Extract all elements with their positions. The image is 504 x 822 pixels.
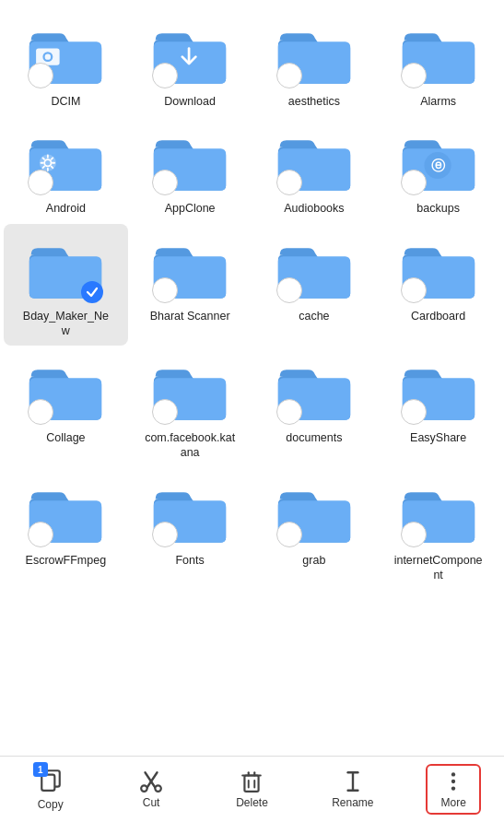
more-button[interactable]: More — [426, 764, 481, 815]
folder-overlay-circle — [28, 522, 53, 547]
svg-point-44 — [451, 780, 455, 783]
folder-icon-wrap — [273, 125, 356, 199]
folder-icon-wrap — [397, 233, 480, 307]
folder-icon-wrap — [148, 477, 231, 551]
folder-label: Alarms — [420, 94, 456, 109]
folder-overlay-circle — [276, 399, 302, 425]
folder-item-collage[interactable]: Collage — [4, 346, 128, 468]
folder-label: backups — [416, 201, 460, 216]
folder-label: Audiobooks — [284, 201, 344, 216]
rename-label: Rename — [332, 796, 373, 809]
copy-label: Copy — [38, 798, 64, 811]
folder-overlay-circle — [401, 170, 427, 195]
delete-button[interactable]: Delete — [224, 764, 279, 815]
svg-rect-29 — [41, 775, 54, 791]
more-label: More — [441, 796, 466, 809]
folder-item-cardboard[interactable]: Cardboard — [376, 224, 500, 346]
folder-icon-wrap — [24, 18, 107, 92]
folder-label: Bharat Scanner — [150, 309, 230, 323]
folder-overlay-circle — [401, 399, 427, 425]
folder-item-audiobooks[interactable]: Audiobooks — [252, 116, 377, 223]
delete-label: Delete — [236, 796, 268, 809]
folder-icon-wrap — [397, 355, 480, 429]
folder-overlay-circle — [152, 277, 178, 303]
folder-label: grab — [302, 553, 325, 568]
folder-grid: DCIM Download aesthetics Alarms — [4, 9, 500, 590]
copy-icon-wrap: 1 — [39, 768, 63, 795]
svg-point-3 — [45, 53, 51, 59]
folder-icon-wrap — [24, 233, 107, 307]
folder-overlay-circle — [401, 63, 427, 88]
svg-point-43 — [451, 772, 455, 776]
bottom-toolbar: 1 Copy Cut Delete Rename — [0, 756, 504, 822]
folder-icon-wrap — [273, 355, 356, 429]
svg-point-45 — [451, 786, 455, 790]
delete-icon — [240, 769, 264, 793]
folder-icon-wrap: ⓔ — [397, 125, 480, 199]
folder-label: Bday_Maker_New — [19, 309, 111, 339]
svg-text:ⓔ: ⓔ — [430, 158, 445, 173]
folder-overlay-circle — [152, 63, 178, 88]
svg-point-32 — [141, 785, 147, 792]
copy-button[interactable]: 1 Copy — [23, 762, 78, 816]
folder-label: aesthetics — [288, 94, 340, 109]
cut-icon — [139, 769, 163, 793]
folder-icon-wrap — [148, 18, 231, 92]
folder-item-bharat_scanner[interactable]: Bharat Scanner — [128, 224, 252, 346]
folder-label: Collage — [46, 430, 85, 445]
folder-item-appclone[interactable]: AppClone — [128, 116, 252, 223]
folder-label: documents — [286, 430, 342, 445]
folder-item-backups[interactable]: ⓔ backups — [376, 116, 500, 223]
folder-grid-area: DCIM Download aesthetics Alarms — [0, 0, 504, 756]
folder-item-aesthetics[interactable]: aesthetics — [252, 9, 377, 116]
folder-checkmark — [81, 281, 103, 303]
rename-button[interactable]: Rename — [325, 764, 381, 815]
folder-overlay-circle — [276, 170, 302, 195]
rename-icon — [341, 769, 365, 793]
folder-label: Fonts — [175, 553, 204, 568]
svg-point-33 — [155, 785, 161, 792]
folder-icon-wrap — [24, 125, 107, 199]
folder-item-cache[interactable]: cache — [252, 224, 377, 346]
folder-label: internetComponent — [393, 553, 485, 583]
folder-icon-wrap — [273, 233, 356, 307]
folder-icon-wrap — [148, 125, 231, 199]
folder-label: Download — [164, 94, 216, 109]
folder-label: Android — [46, 201, 86, 216]
folder-item-easyshare[interactable]: EasyShare — [376, 346, 500, 468]
folder-label: cache — [299, 309, 329, 323]
folder-label: EscrowFFmpeg — [26, 553, 107, 568]
folder-overlay-circle — [152, 522, 178, 547]
folder-item-escrowffmpeg[interactable]: EscrowFFmpeg — [4, 468, 128, 591]
folder-overlay-circle — [276, 63, 302, 88]
cut-label: Cut — [143, 796, 160, 809]
folder-item-internetcomponent[interactable]: internetComponent — [376, 468, 500, 591]
folder-overlay-circle — [276, 277, 302, 303]
folder-icon-wrap — [397, 18, 480, 92]
folder-item-alarms[interactable]: Alarms — [376, 9, 500, 116]
folder-item-dcim[interactable]: DCIM — [4, 9, 128, 116]
folder-icon-wrap — [24, 477, 107, 551]
copy-badge: 1 — [33, 762, 48, 777]
folder-item-download[interactable]: Download — [128, 9, 252, 116]
folder-item-fonts[interactable]: Fonts — [128, 468, 252, 591]
folder-item-bday_maker_new[interactable]: Bday_Maker_New — [4, 224, 128, 346]
folder-overlay-circle — [276, 522, 302, 547]
folder-overlay-circle — [152, 399, 178, 425]
folder-item-documents[interactable]: documents — [252, 346, 377, 468]
folder-icon-wrap — [148, 233, 231, 307]
folder-overlay-circle — [401, 277, 427, 303]
folder-icon-wrap — [397, 477, 480, 551]
folder-overlay-circle — [401, 522, 427, 547]
folder-item-com_facebook[interactable]: com.facebook.katana — [128, 346, 252, 468]
cut-button[interactable]: Cut — [123, 764, 179, 815]
svg-rect-34 — [245, 776, 259, 792]
more-icon — [441, 769, 465, 793]
folder-label: Cardboard — [411, 309, 465, 323]
folder-label: DCIM — [51, 94, 80, 109]
folder-icon-wrap — [24, 355, 107, 429]
folder-label: com.facebook.katana — [144, 430, 236, 461]
folder-item-android[interactable]: Android — [4, 116, 128, 223]
folder-icon-wrap — [273, 477, 356, 551]
folder-item-grab[interactable]: grab — [252, 468, 377, 591]
